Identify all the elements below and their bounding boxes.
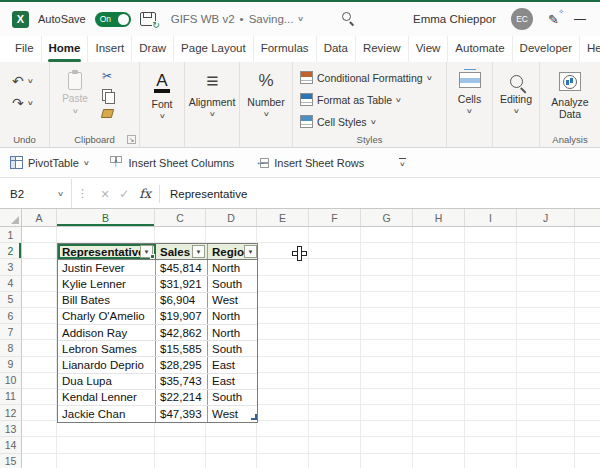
rep-cell[interactable]: Lianardo Deprio xyxy=(58,357,156,372)
grid-cell[interactable] xyxy=(465,259,517,275)
grid-cell[interactable] xyxy=(309,259,361,275)
row-header-8[interactable]: 8 xyxy=(0,340,22,356)
rep-cell[interactable]: Jackie Chan xyxy=(58,406,156,422)
grid-cell[interactable] xyxy=(413,276,465,292)
grid-cell[interactable] xyxy=(575,437,600,453)
rep-cell[interactable]: Charly O'Amelio xyxy=(58,309,156,324)
grid-cell[interactable] xyxy=(361,340,413,356)
grid-cell[interactable] xyxy=(465,324,517,340)
grid-cell[interactable] xyxy=(575,340,600,356)
grid-cell[interactable] xyxy=(206,437,257,453)
grid-cell[interactable] xyxy=(413,340,465,356)
save-icon[interactable]: ↻ xyxy=(140,12,156,26)
grid-cell[interactable] xyxy=(257,357,309,373)
grid-cell[interactable] xyxy=(413,405,465,421)
table-header-representative[interactable]: Representative▼ xyxy=(58,244,156,259)
grid-cell[interactable] xyxy=(257,389,309,405)
grid-cell[interactable] xyxy=(517,308,575,324)
grid-cell[interactable] xyxy=(22,437,57,453)
grid-cell[interactable] xyxy=(155,454,206,468)
region-cell[interactable]: North xyxy=(208,260,259,275)
tab-data[interactable]: Data xyxy=(317,36,356,62)
grid-cell[interactable] xyxy=(575,227,600,243)
avatar[interactable]: EC xyxy=(511,8,533,30)
grid-cell[interactable] xyxy=(57,454,155,468)
grid-cell[interactable] xyxy=(257,373,309,389)
format-as-table-button[interactable]: Format as Table ∨ xyxy=(300,93,401,106)
cells-button[interactable]: Cells ∨ xyxy=(447,72,492,115)
row-header-10[interactable]: 10 xyxy=(0,373,22,389)
grid-cell[interactable] xyxy=(517,259,575,275)
grid-cell[interactable] xyxy=(309,373,361,389)
grid-cell[interactable] xyxy=(309,437,361,453)
grid-cell[interactable] xyxy=(361,276,413,292)
rep-cell[interactable]: Addison Ray xyxy=(58,325,156,340)
grid-cell[interactable] xyxy=(413,308,465,324)
grid-cell[interactable] xyxy=(517,340,575,356)
grid-cell[interactable] xyxy=(57,421,155,437)
grid-cell[interactable] xyxy=(257,227,309,243)
column-header-b[interactable]: B xyxy=(57,209,155,226)
grid-cell[interactable] xyxy=(413,421,465,437)
row-header-12[interactable]: 12 xyxy=(0,405,22,421)
region-cell[interactable]: North xyxy=(208,325,259,340)
grid-cell[interactable] xyxy=(361,389,413,405)
clipboard-dialog-launcher-icon[interactable]: ↘ xyxy=(127,135,136,144)
grid-cell[interactable] xyxy=(517,276,575,292)
rep-cell[interactable]: Kylie Lenner xyxy=(58,276,156,291)
sales-cell[interactable]: $19,907 xyxy=(156,309,208,324)
row-header-13[interactable]: 13 xyxy=(0,421,22,437)
grid-cell[interactable] xyxy=(465,389,517,405)
column-header-j[interactable]: J xyxy=(517,209,575,226)
grid-cell[interactable] xyxy=(309,292,361,308)
grid-cell[interactable] xyxy=(361,227,413,243)
grid-cell[interactable] xyxy=(575,389,600,405)
sales-cell[interactable]: $6,904 xyxy=(156,293,208,308)
grid-cell[interactable] xyxy=(22,243,57,259)
editing-button[interactable]: Editing ∨ xyxy=(493,72,539,115)
grid-cell[interactable] xyxy=(309,276,361,292)
grid-cell[interactable] xyxy=(413,243,465,259)
column-header-partial[interactable] xyxy=(575,209,600,226)
grid-cell[interactable] xyxy=(309,389,361,405)
sales-cell[interactable]: $47,393 xyxy=(156,406,208,422)
cell-styles-button[interactable]: Cell Styles ∨ xyxy=(300,115,375,128)
tab-insert[interactable]: Insert xyxy=(88,36,132,62)
analyze-data-button[interactable]: Analyze Data xyxy=(540,72,600,120)
grid-cell[interactable] xyxy=(22,405,57,421)
grid-cell[interactable] xyxy=(309,421,361,437)
row-header-15[interactable]: 15 xyxy=(0,454,22,468)
grid-cell[interactable] xyxy=(206,421,257,437)
region-cell[interactable]: South xyxy=(208,390,259,405)
grid-cell[interactable] xyxy=(575,421,600,437)
grid-cell[interactable] xyxy=(413,292,465,308)
grid-cell[interactable] xyxy=(22,227,57,243)
number-button[interactable]: % Number ∨ xyxy=(240,72,292,118)
grid-cell[interactable] xyxy=(413,227,465,243)
tab-formulas[interactable]: Formulas xyxy=(254,36,317,62)
grid-cell[interactable] xyxy=(575,324,600,340)
grid-cell[interactable] xyxy=(309,340,361,356)
grid-cell[interactable] xyxy=(309,454,361,468)
grid-cell[interactable] xyxy=(517,292,575,308)
sales-cell[interactable]: $31,921 xyxy=(156,276,208,291)
row-header-11[interactable]: 11 xyxy=(0,389,22,405)
select-all-corner[interactable] xyxy=(0,209,22,226)
formula-bar-content[interactable]: Representative xyxy=(170,188,247,200)
grid-cell[interactable] xyxy=(575,243,600,259)
copy-icon[interactable] xyxy=(102,89,114,102)
cancel-icon[interactable]: × xyxy=(101,186,109,202)
row-header-9[interactable]: 9 xyxy=(0,357,22,373)
sales-cell[interactable]: $15,585 xyxy=(156,341,208,356)
region-cell[interactable]: West xyxy=(208,293,259,308)
column-header-c[interactable]: C xyxy=(155,209,206,226)
grid-cell[interactable] xyxy=(413,454,465,468)
grid-cell[interactable] xyxy=(361,308,413,324)
sales-cell[interactable]: $42,862 xyxy=(156,325,208,340)
enter-icon[interactable]: ✓ xyxy=(119,187,129,201)
grid-cell[interactable] xyxy=(257,259,309,275)
grid-cell[interactable] xyxy=(257,308,309,324)
region-cell[interactable]: East xyxy=(208,357,259,372)
row-header-2[interactable]: 2 xyxy=(0,243,22,259)
grid-cell[interactable] xyxy=(517,373,575,389)
